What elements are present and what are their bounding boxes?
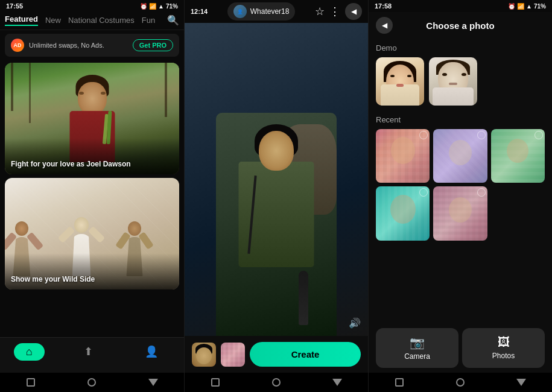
panel-featured: 17:55 ⏰ 📶 ▲ 71% Featured New National Co… xyxy=(0,0,184,392)
promo-bar: AD Unlimited swaps, No Ads. Get PRO xyxy=(5,34,179,57)
battery-icon: 71% xyxy=(166,3,178,10)
card2-label: Show me your Wild Side xyxy=(11,275,95,283)
face-swap-bar: Create xyxy=(185,336,368,373)
promo-left: AD Unlimited swaps, No Ads. xyxy=(11,39,104,52)
card-wild-side[interactable]: Show me your Wild Side xyxy=(5,178,179,289)
signal-icon: 📶 xyxy=(149,3,156,10)
face-thumb-1[interactable] xyxy=(192,343,216,367)
android-back-btn-3[interactable] xyxy=(515,376,527,388)
nav-tabs: Featured New National Costumes Fun 🔍 xyxy=(0,12,184,30)
bottom-nav: ⌂ ⬆ 👤 xyxy=(0,337,184,373)
nav-upload[interactable]: ⬆ xyxy=(72,343,105,361)
photos-button[interactable]: 🖼 Photos xyxy=(462,328,545,368)
panel3-title-bar: ◀ Choose a photo xyxy=(369,12,552,39)
signal-icon-3: 📶 xyxy=(517,3,524,10)
time-2: 12:14 xyxy=(191,8,208,15)
upload-icon: ⬆ xyxy=(84,345,93,358)
android-nav-3 xyxy=(369,373,552,392)
android-square-btn-3[interactable] xyxy=(393,376,405,388)
status-icons-3: ⏰ 📶 ▲ 71% xyxy=(508,3,546,10)
home-icon: ⌂ xyxy=(26,346,33,358)
card1-label: Fight for your love as Joel Dawson xyxy=(11,160,131,168)
tab-new[interactable]: New xyxy=(45,16,61,25)
status-bar-3: 17:58 ⏰ 📶 ▲ 71% xyxy=(369,0,552,12)
android-home-btn-2[interactable] xyxy=(270,376,282,388)
user-name: Whatever18 xyxy=(250,7,290,16)
android-square-btn[interactable] xyxy=(25,376,37,388)
demo-male-thumb[interactable] xyxy=(429,57,477,106)
photo-content: Demo xyxy=(369,39,552,323)
photos-icon: 🖼 xyxy=(498,335,510,349)
more-icon[interactable]: ⋮ xyxy=(329,5,340,18)
user-avatar: 👤 xyxy=(233,5,247,18)
star-icon[interactable]: ☆ xyxy=(315,5,325,18)
video-figure xyxy=(216,113,337,336)
camera-label: Camera xyxy=(404,352,430,361)
time-1: 17:55 xyxy=(6,2,23,10)
prev-button[interactable]: ◀ xyxy=(345,3,362,20)
profile-icon: 👤 xyxy=(145,345,158,358)
recent-photos xyxy=(376,129,545,241)
status-icons-1: ⏰ 📶 ▲ 71% xyxy=(140,3,178,10)
card-joel-dawson[interactable]: Fight for your love as Joel Dawson xyxy=(5,63,179,174)
promo-avatar: AD xyxy=(11,39,24,52)
camera-icon: 📷 xyxy=(410,335,425,350)
android-nav-1 xyxy=(0,373,184,392)
camera-button[interactable]: 📷 Camera xyxy=(376,328,458,368)
android-back-btn-2[interactable] xyxy=(331,376,343,388)
tab-costumes[interactable]: National Costumes xyxy=(68,16,135,25)
wifi-icon: ▲ xyxy=(158,3,164,10)
back-button[interactable]: ◀ xyxy=(376,17,393,34)
battery-icon-3: 71% xyxy=(534,3,546,10)
panel2-header: 12:14 👤 Whatever18 ☆ ⋮ ◀ xyxy=(185,0,368,23)
panel-choose-photo: 17:58 ⏰ 📶 ▲ 71% ◀ Choose a photo Demo xyxy=(368,0,552,392)
sound-icon[interactable]: 🔊 xyxy=(349,317,361,329)
nav-home[interactable]: ⌂ xyxy=(14,343,45,361)
camera-photo-bar: 📷 Camera 🖼 Photos xyxy=(369,323,552,373)
recent-thumb-3[interactable] xyxy=(491,129,545,183)
user-badge[interactable]: 👤 Whatever18 xyxy=(227,2,296,21)
recent-thumb-1[interactable] xyxy=(376,129,430,183)
demo-label: Demo xyxy=(376,43,545,52)
alarm-icon-3: ⏰ xyxy=(508,3,515,10)
recent-thumb-5[interactable] xyxy=(433,186,487,240)
demo-female-thumb[interactable] xyxy=(376,57,424,106)
video-container: 🔊 xyxy=(185,23,368,336)
panel-video: 12:14 👤 Whatever18 ☆ ⋮ ◀ xyxy=(184,0,368,392)
android-nav-2 xyxy=(185,373,368,392)
create-button[interactable]: Create xyxy=(250,342,361,367)
wifi-icon-3: ▲ xyxy=(526,3,532,10)
get-pro-button[interactable]: Get PRO xyxy=(133,39,173,51)
face-thumb-2-pixelated[interactable] xyxy=(221,343,245,367)
content-cards: Fight for your love as Joel Dawson xyxy=(0,60,184,337)
tab-featured[interactable]: Featured xyxy=(5,14,38,26)
selection-overlay-2 xyxy=(477,131,486,139)
selection-overlay-3 xyxy=(535,131,543,139)
tab-fun[interactable]: Fun xyxy=(142,16,155,25)
android-back-btn[interactable] xyxy=(147,376,159,388)
page-title: Choose a photo xyxy=(398,21,523,31)
selection-overlay-5 xyxy=(477,188,486,197)
recent-thumb-4[interactable] xyxy=(376,186,430,240)
demo-photos xyxy=(376,57,545,106)
android-square-btn-2[interactable] xyxy=(209,376,221,388)
android-home-btn-3[interactable] xyxy=(454,376,466,388)
time-3: 17:58 xyxy=(375,2,392,10)
promo-text: Unlimited swaps, No Ads. xyxy=(29,42,104,49)
photos-label: Photos xyxy=(492,352,515,360)
recent-label: Recent xyxy=(376,115,545,124)
alarm-icon: ⏰ xyxy=(140,3,147,10)
search-icon[interactable]: 🔍 xyxy=(167,14,179,26)
android-home-btn[interactable] xyxy=(86,376,98,388)
status-bar-1: 17:55 ⏰ 📶 ▲ 71% xyxy=(0,0,184,12)
recent-thumb-2[interactable] xyxy=(433,129,487,183)
nav-profile[interactable]: 👤 xyxy=(133,343,170,361)
